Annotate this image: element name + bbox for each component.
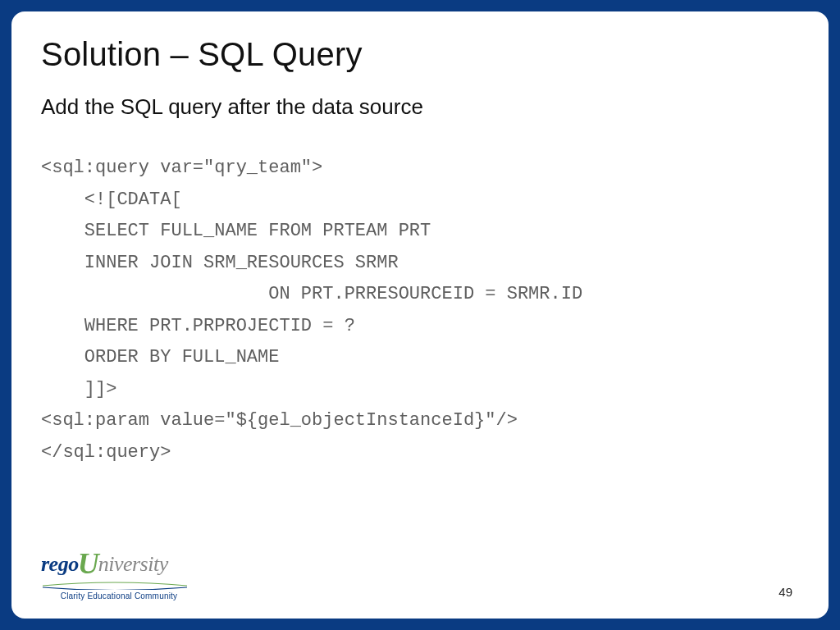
logo-wordmark: regoUniversity — [41, 549, 197, 578]
code-block: <sql:query var="qry_team"> <![CDATA[ SEL… — [41, 153, 799, 468]
logo-text-u: U — [78, 547, 99, 580]
swoosh-icon — [41, 582, 189, 590]
slide-content: Solution – SQL Query Add the SQL query a… — [11, 11, 829, 619]
page-number: 49 — [778, 585, 792, 599]
footer: regoUniversity Clarity Educational Commu… — [41, 556, 799, 605]
logo-text-rego: rego — [41, 552, 79, 576]
logo-text-niversity: niversity — [98, 552, 168, 576]
slide-frame: Solution – SQL Query Add the SQL query a… — [0, 0, 840, 630]
slide-title: Solution – SQL Query — [41, 36, 799, 73]
logo-tagline: Clarity Educational Community — [41, 591, 197, 600]
slide-subtitle: Add the SQL query after the data source — [41, 94, 799, 120]
logo: regoUniversity Clarity Educational Commu… — [41, 549, 197, 600]
